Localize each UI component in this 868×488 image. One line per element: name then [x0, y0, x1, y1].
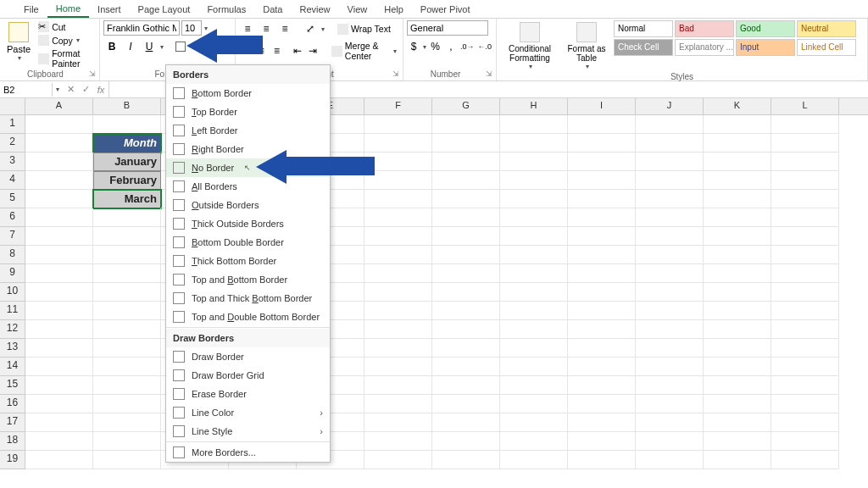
cell[interactable]: [432, 134, 500, 152]
cell[interactable]: [25, 171, 93, 190]
cell[interactable]: [568, 246, 636, 264]
font-name-combo[interactable]: [103, 20, 180, 36]
cell[interactable]: [704, 376, 771, 395]
cell[interactable]: [568, 395, 636, 413]
format-painter-button[interactable]: Format Painter: [36, 47, 96, 69]
border-menu-item[interactable]: Thick Bottom Border: [166, 252, 330, 270]
cell[interactable]: [93, 339, 161, 358]
cell[interactable]: [432, 171, 500, 190]
comma-button[interactable]: ,: [444, 38, 458, 55]
row-header[interactable]: 10: [0, 283, 25, 302]
cell[interactable]: [364, 432, 432, 451]
copy-button[interactable]: Copy▾: [36, 34, 96, 47]
cell[interactable]: [25, 152, 93, 171]
cell[interactable]: [364, 395, 432, 413]
cell[interactable]: [636, 264, 704, 283]
row-header[interactable]: 9: [0, 264, 25, 283]
cell[interactable]: [364, 152, 432, 171]
border-menu-item[interactable]: Draw Border: [166, 347, 330, 366]
cell[interactable]: [93, 320, 161, 339]
cell[interactable]: [25, 302, 93, 320]
col-header[interactable]: J: [636, 98, 704, 114]
cell[interactable]: [93, 395, 161, 413]
cell[interactable]: [432, 413, 500, 432]
cell[interactable]: [500, 320, 568, 339]
cell[interactable]: [25, 134, 93, 152]
cell-style-linked-cell[interactable]: Linked Cell: [797, 39, 856, 56]
tab-help[interactable]: Help: [376, 2, 412, 17]
border-menu-item[interactable]: Top and Bottom Border: [166, 270, 330, 289]
cell[interactable]: [568, 190, 636, 208]
cell[interactable]: [93, 227, 161, 246]
cell[interactable]: [704, 283, 771, 302]
cell[interactable]: [432, 358, 500, 376]
border-menu-item[interactable]: Top Border: [166, 103, 330, 121]
cell[interactable]: [771, 227, 839, 246]
cell[interactable]: [771, 246, 839, 264]
tab-insert[interactable]: Insert: [89, 2, 130, 17]
row-header[interactable]: 2: [0, 134, 25, 152]
cell[interactable]: [704, 395, 771, 413]
cell[interactable]: [636, 413, 704, 432]
bold-button[interactable]: B: [103, 38, 120, 55]
number-format-combo[interactable]: [407, 20, 488, 36]
col-header[interactable]: B: [93, 98, 161, 114]
cell[interactable]: [704, 339, 771, 358]
cell-style-bad[interactable]: Bad: [675, 20, 734, 37]
cell[interactable]: [25, 190, 93, 208]
cell[interactable]: [771, 451, 839, 469]
cell[interactable]: [432, 264, 500, 283]
border-menu-item[interactable]: Line Style›: [166, 422, 330, 441]
conditional-formatting-button[interactable]: Conditional Formatting ▾: [500, 20, 559, 72]
cell[interactable]: [771, 320, 839, 339]
cell[interactable]: [500, 413, 568, 432]
cell[interactable]: [364, 376, 432, 395]
cell[interactable]: [771, 302, 839, 320]
cell[interactable]: [568, 302, 636, 320]
cell[interactable]: [432, 283, 500, 302]
wrap-text-button[interactable]: Wrap Text: [335, 23, 393, 36]
cell[interactable]: [568, 264, 636, 283]
cell[interactable]: [364, 115, 432, 134]
cell[interactable]: [364, 413, 432, 432]
cell[interactable]: [364, 264, 432, 283]
cut-button[interactable]: ✂Cut: [36, 20, 96, 33]
underline-button[interactable]: U: [141, 38, 158, 55]
cell[interactable]: [500, 134, 568, 152]
tab-power-pivot[interactable]: Power Pivot: [412, 2, 479, 17]
border-menu-item[interactable]: All Borders: [166, 177, 330, 196]
cell[interactable]: [25, 358, 93, 376]
cell[interactable]: [500, 432, 568, 451]
cell[interactable]: [771, 134, 839, 152]
cell[interactable]: [93, 451, 161, 469]
cell[interactable]: [636, 134, 704, 152]
italic-button[interactable]: I: [122, 38, 139, 55]
cell[interactable]: [636, 115, 704, 134]
align-bot-button[interactable]: ≡: [276, 20, 293, 37]
indent-dec-button[interactable]: ⇤: [291, 42, 304, 59]
cell-style-explanatory-[interactable]: Explanatory ...: [675, 39, 734, 56]
cell[interactable]: [568, 451, 636, 469]
col-header[interactable]: F: [364, 98, 432, 114]
row-header[interactable]: 6: [0, 208, 25, 227]
cell[interactable]: [500, 208, 568, 227]
cell[interactable]: [500, 171, 568, 190]
cell[interactable]: [93, 432, 161, 451]
tab-home[interactable]: Home: [47, 1, 89, 18]
cell[interactable]: [93, 115, 161, 134]
row-header[interactable]: 8: [0, 246, 25, 264]
row-header[interactable]: 4: [0, 171, 25, 190]
name-box[interactable]: B2: [0, 83, 53, 97]
cell[interactable]: [568, 358, 636, 376]
cell[interactable]: [25, 339, 93, 358]
tab-formulas[interactable]: Formulas: [198, 2, 254, 17]
cell[interactable]: [704, 451, 771, 469]
align-right-button[interactable]: ≡: [270, 42, 283, 59]
cell[interactable]: [568, 208, 636, 227]
cell[interactable]: Month: [93, 134, 161, 152]
cell[interactable]: [771, 190, 839, 208]
cell[interactable]: [771, 413, 839, 432]
cell[interactable]: [93, 376, 161, 395]
cell[interactable]: [500, 358, 568, 376]
col-header[interactable]: L: [771, 98, 839, 114]
